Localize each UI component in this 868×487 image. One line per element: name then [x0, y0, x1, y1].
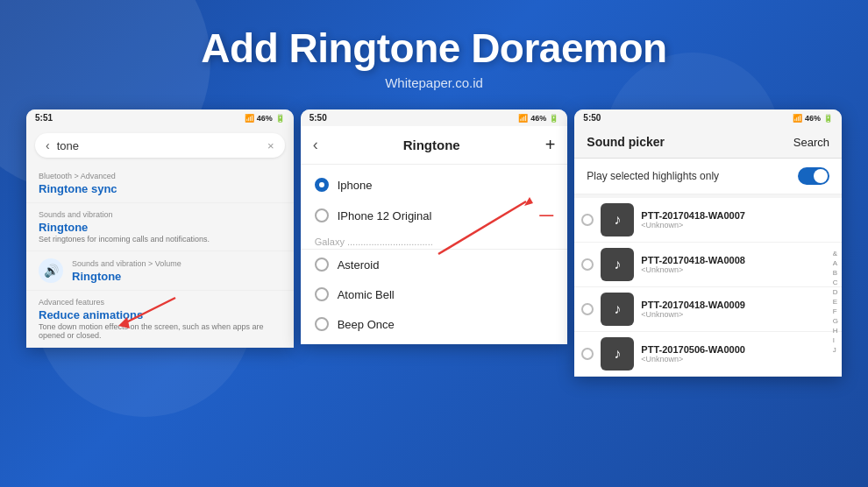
sound-item-4[interactable]: ♪ PTT-20170506-WA0000 <Unknown> [574, 332, 842, 377]
time-3: 5:50 [583, 113, 601, 123]
sound-sub-4: <Unknown> [641, 355, 835, 363]
sound-item-3[interactable]: ♪ PTT-20170418-WA0009 <Unknown> [574, 287, 842, 332]
ringtone-name-iphone: Iphone [338, 179, 554, 192]
page-header: Add Ringtone Doraemon Whitepaper.co.id [0, 0, 868, 99]
sound-item-1[interactable]: ♪ PTT-20170418-WA0007 <Unknown> [574, 198, 842, 243]
status-bar-1: 5:51 📶 46% 🔋 [26, 109, 294, 126]
alpha-scroll-list: & A B C D E F G H I J [833, 250, 838, 354]
result-desc-2: Set ringtones for incoming calls and not… [39, 235, 281, 244]
status-icons-1: 📶 46% 🔋 [245, 114, 285, 123]
alpha-amp: & [833, 250, 838, 258]
result-title-1: Ringtone sync [39, 182, 281, 195]
play-highlights-toggle[interactable] [798, 167, 829, 185]
result-title-2: Ringtone [39, 221, 281, 234]
ringtone-name-beep: Beep Once [338, 318, 554, 331]
search-result-3[interactable]: 🔊 Sounds and vibration > Volume Ringtone [26, 251, 294, 291]
alpha-i: I [833, 336, 838, 344]
radio-sound-4[interactable] [581, 348, 594, 360]
volume-icon-circle: 🔊 [39, 258, 63, 283]
radio-iphone[interactable] [315, 178, 329, 192]
music-note-icon-4: ♪ [614, 346, 621, 362]
radio-asteroid[interactable] [315, 258, 329, 272]
battery-icon-3: 🔋 [823, 114, 833, 123]
volume-icon: 🔊 [44, 264, 59, 278]
result-desc-4: Tone down motion effects on the screen, … [39, 322, 281, 340]
ringtone-item-beep[interactable]: Beep Once [301, 309, 568, 339]
add-ringtone-button[interactable]: + [545, 135, 556, 155]
sound-info-2: PTT-20170418-WA0008 <Unknown> [641, 255, 835, 274]
alpha-a: A [833, 259, 838, 267]
alpha-j: J [833, 346, 838, 354]
ringtone-item-iphone12[interactable]: IPhone 12 Original — [301, 200, 568, 231]
sound-picker-header: Sound picker Search [574, 126, 842, 159]
signal-icon-3: 📶 [793, 114, 802, 123]
ringtone-back-button[interactable]: ‹ [313, 136, 318, 154]
ringtone-item-atomic[interactable]: Atomic Bell [301, 279, 568, 309]
screenshots-area: 5:51 📶 46% 🔋 ‹ tone × Bluetooth > Advanc… [0, 99, 868, 377]
radio-beep[interactable] [315, 317, 329, 331]
search-bar[interactable]: ‹ tone × [35, 133, 285, 158]
ringtone-header: ‹ Ringtone + [301, 126, 568, 165]
delete-ringtone-button[interactable]: — [539, 208, 553, 223]
alpha-d: D [833, 288, 838, 296]
play-highlights-row: Play selected highlights only [574, 159, 842, 194]
alpha-b: B [833, 269, 838, 277]
sound-thumb-4: ♪ [601, 337, 634, 371]
page-title: Add Ringtone Doraemon [18, 25, 850, 72]
radio-sound-1[interactable] [581, 214, 594, 226]
sound-sub-2: <Unknown> [641, 265, 835, 274]
search-result-2[interactable]: Sounds and vibration Ringtone Set ringto… [26, 203, 294, 251]
sound-item-2[interactable]: ♪ PTT-20170418-WA0008 <Unknown> [574, 243, 842, 287]
sound-thumb-1: ♪ [601, 203, 634, 236]
result-category-4: Advanced features [39, 298, 281, 307]
signal-icon-1: 📶 [245, 114, 254, 123]
time-2: 5:50 [309, 113, 327, 123]
sound-name-4: PTT-20170506-WA0000 [641, 344, 835, 355]
battery-3: 46% [805, 114, 821, 123]
radio-atomic[interactable] [315, 287, 329, 301]
music-note-icon-2: ♪ [614, 257, 621, 272]
battery-icon-1: 🔋 [275, 114, 285, 123]
result-category-2: Sounds and vibration [39, 210, 281, 219]
signal-icon-2: 📶 [518, 114, 528, 123]
sound-info-3: PTT-20170418-WA0009 <Unknown> [641, 300, 835, 319]
alpha-h: H [833, 327, 838, 335]
radio-sound-3[interactable] [581, 303, 594, 315]
time-1: 5:51 [35, 113, 53, 123]
search-result-1[interactable]: Bluetooth > Advanced Ringtone sync [26, 165, 294, 203]
ringtone-name-iphone12: IPhone 12 Original [338, 209, 531, 222]
status-icons-2: 📶 46% 🔋 [518, 114, 559, 123]
sound-name-2: PTT-20170418-WA0008 [641, 255, 835, 265]
screen-sound-picker: 5:50 📶 46% 🔋 Sound picker Search Play se… [574, 109, 842, 377]
search-result-4[interactable]: Advanced features Reduce animations Tone… [26, 291, 294, 348]
radio-iphone12[interactable] [315, 208, 329, 222]
alpha-c: C [833, 279, 838, 286]
clear-search-button[interactable]: × [267, 139, 274, 152]
battery-icon-2: 🔋 [549, 114, 559, 123]
ringtone-name-atomic: Atomic Bell [338, 288, 554, 301]
result-title-3: Ringtone [72, 270, 181, 283]
back-arrow-icon[interactable]: ‹ [46, 138, 50, 152]
ringtone-name-asteroid: Asteroid [338, 258, 554, 272]
page-subtitle: Whitepaper.co.id [18, 75, 850, 90]
alpha-g: G [833, 317, 838, 325]
result-category-3: Sounds and vibration > Volume [72, 259, 181, 268]
battery-1: 46% [257, 114, 273, 123]
result-category-1: Bluetooth > Advanced [39, 172, 281, 180]
battery-2: 46% [530, 114, 546, 123]
sound-search-button[interactable]: Search [793, 136, 829, 149]
ringtone-title: Ringtone [403, 138, 460, 152]
result-title-4: Reduce animations [39, 308, 281, 321]
sound-name-3: PTT-20170418-WA0009 [641, 300, 835, 310]
status-bar-2: 5:50 📶 46% 🔋 [301, 109, 568, 126]
status-icons-3: 📶 46% 🔋 [793, 114, 833, 123]
ringtone-list: Iphone IPhone 12 Original — Galaxy .....… [301, 165, 568, 344]
play-highlights-label: Play selected highlights only [587, 170, 719, 182]
galaxy-section-label: Galaxy ................................ [301, 231, 568, 250]
ringtone-item-iphone[interactable]: Iphone [301, 170, 568, 200]
sound-info-1: PTT-20170418-WA0007 <Unknown> [641, 210, 835, 229]
ringtone-item-asteroid[interactable]: Asteroid [301, 250, 568, 279]
search-input-text[interactable]: tone [57, 139, 260, 152]
alpha-e: E [833, 298, 838, 306]
radio-sound-2[interactable] [581, 258, 594, 271]
